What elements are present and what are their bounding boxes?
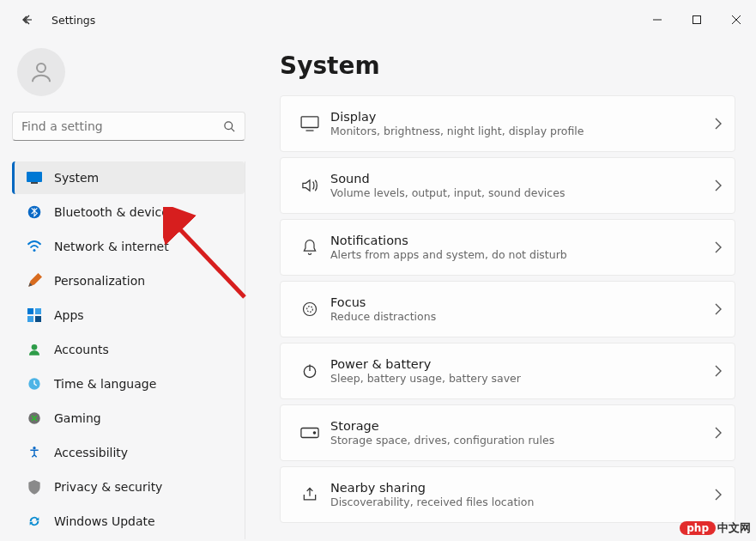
- card-subtitle: Sleep, battery usage, battery saver: [330, 372, 714, 385]
- window-title: Settings: [51, 14, 95, 27]
- card-title: Notifications: [330, 234, 714, 247]
- sidebar-item-privacy[interactable]: Privacy & security: [12, 471, 245, 503]
- share-icon: [289, 486, 330, 503]
- titlebar: Settings: [0, 0, 756, 40]
- sidebar-item-label: Privacy & security: [54, 480, 162, 494]
- sidebar-item-time[interactable]: Time & language: [12, 368, 245, 400]
- bluetooth-icon: [27, 204, 42, 220]
- sidebar-item-label: Accounts: [54, 343, 109, 356]
- privacy-icon: [27, 479, 42, 495]
- card-subtitle: Discoverability, received files location: [330, 495, 714, 508]
- card-subtitle: Reduce distractions: [330, 310, 714, 323]
- card-notifications[interactable]: Notifications Alerts from apps and syste…: [280, 219, 735, 276]
- card-subtitle: Storage space, drives, configuration rul…: [330, 434, 714, 447]
- network-icon: [27, 239, 42, 254]
- time-icon: [27, 376, 42, 392]
- card-display[interactable]: Display Monitors, brightness, night ligh…: [280, 95, 735, 152]
- card-focus[interactable]: Focus Reduce distractions: [280, 281, 735, 337]
- apps-icon: [27, 307, 42, 323]
- svg-rect-7: [27, 172, 42, 182]
- sidebar-item-label: Personalization: [54, 274, 145, 288]
- sidebar-item-personalization[interactable]: Personalization: [12, 264, 245, 297]
- svg-point-22: [307, 307, 313, 313]
- svg-point-18: [33, 447, 35, 449]
- chevron-right-icon: [714, 427, 723, 439]
- card-subtitle: Volume levels, output, input, sound devi…: [330, 186, 714, 199]
- card-power[interactable]: Power & battery Sleep, battery usage, ba…: [280, 343, 735, 399]
- sidebar-item-accounts[interactable]: Accounts: [12, 333, 245, 366]
- sidebar-item-label: Gaming: [54, 411, 101, 425]
- chevron-right-icon: [714, 303, 723, 315]
- chevron-right-icon: [714, 489, 723, 501]
- system-icon: [27, 170, 42, 185]
- card-title: Power & battery: [330, 357, 714, 371]
- watermark-text: 中文网: [717, 520, 751, 536]
- svg-rect-12: [35, 308, 41, 314]
- sidebar-item-system[interactable]: System: [12, 161, 245, 194]
- svg-rect-13: [27, 316, 33, 322]
- sidebar-item-label: System: [54, 171, 99, 185]
- person-icon: [28, 59, 54, 85]
- chevron-right-icon: [714, 179, 723, 191]
- notifications-icon: [289, 239, 330, 256]
- accessibility-icon: [27, 445, 42, 460]
- minimize-icon: [653, 15, 662, 24]
- svg-point-26: [313, 432, 315, 434]
- sidebar-nav: System Bluetooth & devices Network & int…: [12, 161, 245, 539]
- close-button[interactable]: [717, 7, 756, 33]
- svg-line-6: [231, 128, 234, 131]
- sidebar-item-label: Windows Update: [54, 514, 155, 528]
- search-input[interactable]: [21, 119, 223, 133]
- focus-icon: [289, 301, 330, 318]
- main-content: System Display Monitors, brightness, nig…: [257, 40, 756, 541]
- svg-point-15: [32, 344, 38, 350]
- svg-rect-8: [31, 182, 38, 184]
- close-icon: [732, 15, 741, 24]
- card-subtitle: Monitors, brightness, night light, displ…: [330, 125, 714, 137]
- display-icon: [289, 116, 330, 131]
- search-icon: [223, 120, 236, 133]
- sidebar-item-label: Network & internet: [54, 240, 169, 253]
- chevron-right-icon: [714, 118, 723, 130]
- accounts-icon: [27, 342, 42, 357]
- card-storage[interactable]: Storage Storage space, drives, configura…: [280, 404, 735, 461]
- card-title: Display: [330, 110, 714, 124]
- card-title: Focus: [330, 295, 714, 309]
- storage-icon: [289, 427, 330, 439]
- sidebar-item-accessibility[interactable]: Accessibility: [12, 436, 245, 469]
- sidebar-item-gaming[interactable]: Gaming: [12, 402, 245, 435]
- card-title: Nearby sharing: [330, 481, 714, 495]
- sidebar-item-bluetooth[interactable]: Bluetooth & devices: [12, 196, 245, 228]
- svg-rect-1: [693, 16, 701, 24]
- sidebar-item-label: Time & language: [54, 377, 156, 391]
- power-icon: [289, 362, 330, 380]
- minimize-button[interactable]: [638, 7, 677, 33]
- card-title: Sound: [330, 172, 714, 185]
- sound-icon: [289, 178, 330, 193]
- chevron-right-icon: [714, 241, 723, 253]
- card-sound[interactable]: Sound Volume levels, output, input, soun…: [280, 157, 735, 214]
- maximize-icon: [692, 15, 701, 24]
- window-controls: [638, 7, 756, 33]
- sidebar-item-network[interactable]: Network & internet: [12, 230, 245, 263]
- page-title: System: [280, 52, 735, 80]
- card-nearby-sharing[interactable]: Nearby sharing Discoverability, received…: [280, 466, 735, 523]
- svg-point-10: [33, 249, 36, 252]
- search-input-wrapper[interactable]: [12, 112, 245, 141]
- maximize-button[interactable]: [677, 7, 717, 33]
- back-button[interactable]: [15, 8, 39, 32]
- card-title: Storage: [330, 419, 714, 433]
- svg-point-21: [304, 303, 317, 316]
- user-avatar[interactable]: [17, 48, 65, 96]
- sidebar: System Bluetooth & devices Network & int…: [0, 40, 257, 541]
- card-subtitle: Alerts from apps and system, do not dist…: [330, 248, 714, 261]
- sidebar-item-update[interactable]: Windows Update: [12, 505, 245, 538]
- back-arrow-icon: [21, 13, 34, 27]
- gaming-icon: [27, 410, 42, 426]
- sidebar-item-apps[interactable]: Apps: [12, 299, 245, 331]
- personalization-icon: [27, 273, 42, 289]
- svg-rect-14: [35, 316, 41, 322]
- svg-rect-11: [27, 308, 33, 314]
- svg-rect-19: [301, 117, 318, 128]
- sidebar-item-label: Accessibility: [54, 446, 128, 459]
